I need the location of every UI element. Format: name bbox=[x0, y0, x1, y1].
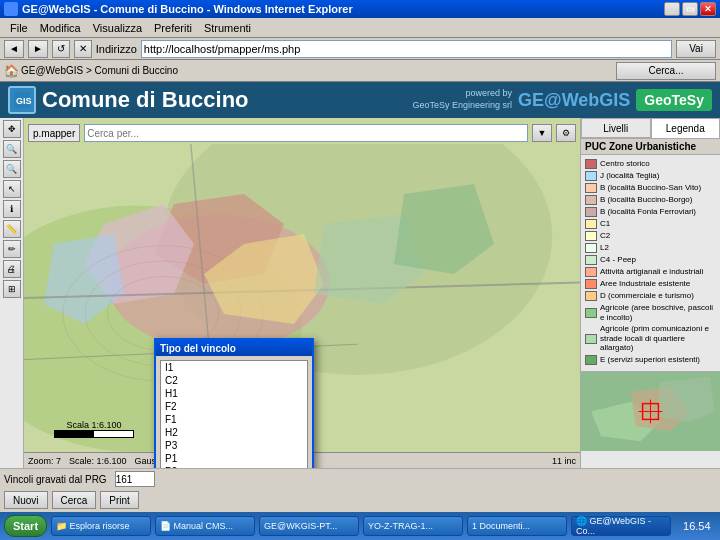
tool-zoom-out[interactable]: 🔍 bbox=[3, 160, 21, 178]
bottom-panel-label: Vincoli gravati dal PRG bbox=[4, 474, 107, 485]
taskbar-task-docs[interactable]: 1 Documenti... bbox=[467, 516, 567, 536]
legend-item-12: Agricole (aree boschive, pascoli e incol… bbox=[585, 303, 716, 322]
legend-item-4: B (località Fonla Ferroviari) bbox=[585, 207, 716, 217]
start-label: Start bbox=[13, 520, 38, 532]
menu-modifica[interactable]: Modifica bbox=[34, 20, 87, 36]
legend-item-3: B (località Buccino-Borgo) bbox=[585, 195, 716, 205]
legend-item-9: Attività artigianali e industriali bbox=[585, 267, 716, 277]
bottom-panel-buttons: Nuovi Cerca Print bbox=[0, 489, 720, 511]
taskbar-task-gis1[interactable]: GE@WKGIS-PT... bbox=[259, 516, 359, 536]
address-label: Indirizzo bbox=[96, 43, 137, 55]
legend-label-8: C4 - Peep bbox=[600, 255, 636, 265]
tool-print[interactable]: 🖨 bbox=[3, 260, 21, 278]
address-input[interactable] bbox=[141, 40, 672, 58]
tool-zoom-in[interactable]: 🔍 bbox=[3, 140, 21, 158]
tool-measure[interactable]: 📏 bbox=[3, 220, 21, 238]
list-item-f1[interactable]: F1 bbox=[161, 413, 307, 426]
legend-item-2: B (località Buccino-San Vito) bbox=[585, 183, 716, 193]
app-logo: GIS Comune di Buccino bbox=[8, 86, 249, 114]
legend-color-0 bbox=[585, 159, 597, 169]
right-panel-tabs: Livelli Legenda bbox=[581, 118, 720, 139]
legend-color-9 bbox=[585, 267, 597, 277]
list-item-p1[interactable]: P1 bbox=[161, 452, 307, 465]
menu-strumenti[interactable]: Strumenti bbox=[198, 20, 257, 36]
app-brand: powered by GeoTeSy Engineering srl GE@We… bbox=[413, 88, 712, 111]
modal-list[interactable]: I1 C2 H1 F2 F1 H2 P3 P1 P3 P5 R1 R2 bbox=[160, 360, 308, 468]
tool-select[interactable]: ↖ bbox=[3, 180, 21, 198]
legend-color-5 bbox=[585, 219, 597, 229]
legend-label-3: B (località Buccino-Borgo) bbox=[600, 195, 692, 205]
legend-item-5: C1 bbox=[585, 219, 716, 229]
window-title-bar: GE@WebGIS - Comune di Buccino - Windows … bbox=[0, 0, 720, 18]
svg-text:GIS: GIS bbox=[16, 96, 32, 106]
modal-content: I1 C2 H1 F2 F1 H2 P3 P1 P3 P5 R1 R2 bbox=[156, 356, 312, 468]
legend-item-8: C4 - Peep bbox=[585, 255, 716, 265]
back-btn[interactable]: ◄ bbox=[4, 40, 24, 58]
close-btn[interactable]: ✕ bbox=[700, 2, 716, 16]
legend-color-8 bbox=[585, 255, 597, 265]
svg-marker-22 bbox=[655, 377, 714, 421]
forward-btn[interactable]: ► bbox=[28, 40, 48, 58]
taskbar-task-manual[interactable]: 📄 Manual CMS... bbox=[155, 516, 255, 536]
modal-overlay: Tipo del vincolo I1 C2 H1 F2 F1 H2 P3 P1 bbox=[24, 118, 580, 468]
tool-extent[interactable]: ⊞ bbox=[3, 280, 21, 298]
taskbar-task-yo[interactable]: YO-Z-TRAG-1... bbox=[363, 516, 463, 536]
app-toolbar: 🏠 GE@WebGIS > Comuni di Buccino Cerca... bbox=[0, 60, 720, 82]
legend-color-14 bbox=[585, 355, 597, 365]
logo-icon: GIS bbox=[8, 86, 36, 114]
bottom-panel-label-row: Vincoli gravati dal PRG bbox=[0, 469, 720, 489]
refresh-btn[interactable]: ↺ bbox=[52, 40, 70, 58]
legend-label-13: Agricole (prim comunicazioni e strade lo… bbox=[600, 324, 716, 353]
menu-file[interactable]: File bbox=[4, 20, 34, 36]
search-toolbar-btn[interactable]: Cerca... bbox=[616, 62, 716, 80]
tool-draw[interactable]: ✏ bbox=[3, 240, 21, 258]
tab-livelli[interactable]: Livelli bbox=[581, 118, 651, 138]
legend-color-4 bbox=[585, 207, 597, 217]
legend-item-10: Aree Industriale esistente bbox=[585, 279, 716, 289]
list-item-f2[interactable]: F2 bbox=[161, 400, 307, 413]
list-item-p3[interactable]: P3 bbox=[161, 439, 307, 452]
map-area[interactable]: p.mapper ▼ ⚙ bbox=[24, 118, 580, 468]
taskbar: Start 📁 Esplora risorse 📄 Manual CMS... … bbox=[0, 512, 720, 540]
legend-item-1: J (località Teglia) bbox=[585, 171, 716, 181]
start-button[interactable]: Start bbox=[4, 515, 47, 537]
legend-label-0: Centro storico bbox=[600, 159, 650, 169]
list-item-h2[interactable]: H2 bbox=[161, 426, 307, 439]
legend: Centro storico J (località Teglia) B (lo… bbox=[581, 155, 720, 371]
btn-cerca[interactable]: Cerca bbox=[52, 491, 97, 509]
tool-pan[interactable]: ✥ bbox=[3, 120, 21, 138]
tool-info[interactable]: ℹ bbox=[3, 200, 21, 218]
btn-nuovi[interactable]: Nuovi bbox=[4, 491, 48, 509]
menu-visualizza[interactable]: Visualizza bbox=[87, 20, 148, 36]
minimize-btn[interactable]: _ bbox=[664, 2, 680, 16]
taskbar-task-explorer[interactable]: 📁 Esplora risorse bbox=[51, 516, 151, 536]
company-name: GeoTeSy Engineering srl bbox=[413, 100, 513, 112]
stop-btn[interactable]: ✕ bbox=[74, 40, 92, 58]
right-panel: Livelli Legenda PUC Zone Urbanistiche Ce… bbox=[580, 118, 720, 468]
legend-label-11: D (commerciale e turismo) bbox=[600, 291, 694, 301]
go-btn[interactable]: Vai bbox=[676, 40, 716, 58]
legend-label-6: C2 bbox=[600, 231, 610, 241]
legend-color-6 bbox=[585, 231, 597, 241]
restore-btn[interactable]: ▭ bbox=[682, 2, 698, 16]
list-item-c2[interactable]: C2 bbox=[161, 374, 307, 387]
legend-label-14: E (servizi superiori esistenti) bbox=[600, 355, 700, 365]
list-item-p3b[interactable]: P3 bbox=[161, 465, 307, 468]
taskbar-task-gis2[interactable]: 🌐 GE@WebGIS - Co... bbox=[571, 516, 671, 536]
legend-label-7: L2 bbox=[600, 243, 609, 253]
legend-item-11: D (commerciale e turismo) bbox=[585, 291, 716, 301]
legend-label-4: B (località Fonla Ferroviari) bbox=[600, 207, 696, 217]
legend-item-0: Centro storico bbox=[585, 159, 716, 169]
tab-legenda[interactable]: Legenda bbox=[651, 118, 721, 138]
legend-label-1: J (località Teglia) bbox=[600, 171, 659, 181]
address-bar: ◄ ► ↺ ✕ Indirizzo Vai bbox=[0, 38, 720, 60]
btn-print[interactable]: Print bbox=[100, 491, 139, 509]
app-title: Comune di Buccino bbox=[42, 87, 249, 113]
bottom-panel-input[interactable] bbox=[115, 471, 155, 487]
powered-by: powered by bbox=[413, 88, 513, 100]
legend-color-12 bbox=[585, 308, 597, 318]
window-controls: _ ▭ ✕ bbox=[664, 2, 716, 16]
menu-preferiti[interactable]: Preferiti bbox=[148, 20, 198, 36]
list-item-h1[interactable]: H1 bbox=[161, 387, 307, 400]
list-item-i1[interactable]: I1 bbox=[161, 361, 307, 374]
